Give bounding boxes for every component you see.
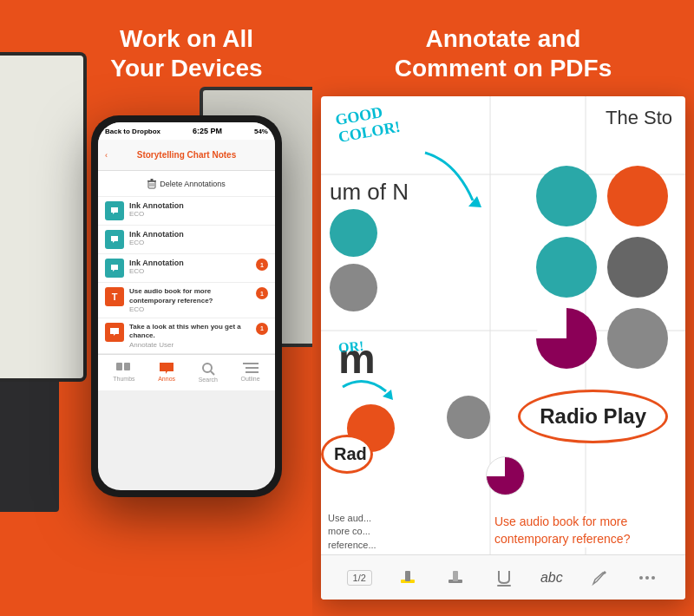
outline-icon <box>243 363 259 375</box>
circle-5-purple-pie <box>536 308 597 369</box>
annot-content-5: Take a look at this when you get a chanc… <box>129 323 251 349</box>
annot-item-1[interactable]: Ink Annotation ECO <box>98 197 275 226</box>
strikethrough-icon-box <box>443 566 468 590</box>
radio-play-box: Radio Play <box>518 390 668 443</box>
left-circles <box>330 209 377 318</box>
tab-thumbs[interactable]: Thumbs <box>113 363 134 382</box>
toolbar-highlight-btn[interactable] <box>396 566 420 590</box>
circle-teal-left <box>330 209 377 257</box>
highlight-icon-box <box>396 566 420 590</box>
annot-content-1: Ink Annotation ECO <box>129 201 268 218</box>
svg-point-21 <box>203 364 212 372</box>
annot-content-3: Ink Annotation ECO <box>129 259 251 275</box>
svg-point-38 <box>645 576 649 580</box>
annot-item-3[interactable]: Ink Annotation ECO 1 <box>98 254 275 283</box>
annot-author-3: ECO <box>129 267 251 275</box>
toolbar-pen-btn[interactable] <box>587 566 612 590</box>
comment-popup: Use audio book for more contemporary ref… <box>494 514 668 547</box>
right-panel: Annotate and Comment on PDFs The Sto GOO… <box>312 0 694 616</box>
color-annot-text: OR! <box>337 338 364 356</box>
search-icon <box>201 362 215 376</box>
circles-grid <box>536 166 668 369</box>
circle-3-teal <box>536 237 597 298</box>
toolbar-underline-btn[interactable] <box>492 566 516 590</box>
ink-icon-2 <box>109 234 120 245</box>
delete-btn-label[interactable]: Delete Annotations <box>160 180 226 188</box>
svg-marker-17 <box>110 328 119 336</box>
use-audio-partial-text: Use aud...more co...reference... <box>328 512 467 552</box>
delete-bar: Delete Annotations <box>98 171 275 197</box>
svg-rect-25 <box>246 371 259 373</box>
svg-rect-18 <box>116 363 122 370</box>
tab-search[interactable]: Search <box>199 362 218 383</box>
svg-rect-9 <box>147 180 156 182</box>
partial-um-text: um of N <box>330 179 409 206</box>
tab-search-label: Search <box>199 377 218 383</box>
svg-rect-23 <box>243 363 259 364</box>
svg-rect-19 <box>124 363 130 370</box>
toolbar-page-counter: 1/2 <box>347 570 372 586</box>
nav-back-btn[interactable]: ‹ <box>105 151 108 160</box>
chevron-left-icon: ‹ <box>105 151 108 160</box>
status-time: 6:25 PM <box>193 127 222 135</box>
svg-line-22 <box>211 371 214 375</box>
ios-tab-bar: Thumbs Annos Search <box>98 354 275 390</box>
svg-rect-10 <box>151 179 154 180</box>
pen-icon <box>591 569 608 587</box>
underline-icon-box <box>492 566 516 590</box>
svg-rect-36 <box>497 585 511 587</box>
underline-icon <box>494 567 514 588</box>
toolbar-more-btn[interactable] <box>635 566 659 590</box>
annot-item-4[interactable]: T Use audio book for more contemporary r… <box>98 283 275 318</box>
pen-icon-box <box>587 566 612 590</box>
annot-badge-5: 1 <box>256 323 268 335</box>
annot-title-4: Use audio book for more contemporary ref… <box>129 287 251 305</box>
trash-icon <box>147 179 156 189</box>
annot-icon-3 <box>105 259 124 278</box>
partial-radio-play: Rad <box>321 435 373 474</box>
toolbar-text-btn[interactable]: abc <box>540 566 564 590</box>
tab-annos[interactable]: Annos <box>158 363 175 382</box>
good-color-annotation: GOODCOLOR! <box>337 107 399 141</box>
good-color-text: GOODCOLOR! <box>334 102 402 146</box>
annot-title-1: Ink Annotation <box>129 201 268 210</box>
annot-content-4: Use audio book for more contemporary ref… <box>129 287 251 313</box>
ios-nav-bar: ‹ Storytelling Chart Notes <box>98 140 275 171</box>
highlight-icon <box>397 567 418 588</box>
svg-marker-15 <box>111 236 118 243</box>
annot-icon-1 <box>105 201 124 220</box>
annot-icon-4: T <box>105 287 124 306</box>
phone-outer: Back to Dropbox 6:25 PM 54% ‹ Storytelli… <box>91 115 282 497</box>
status-back: Back to Dropbox <box>105 128 160 135</box>
svg-rect-35 <box>453 571 458 581</box>
svg-rect-24 <box>246 367 259 369</box>
tab-outline[interactable]: Outline <box>240 363 259 382</box>
thumbs-icon <box>116 363 132 375</box>
annot-item-5[interactable]: Take a look at this when you get a chanc… <box>98 318 275 354</box>
annot-author-2: ECO <box>129 239 268 246</box>
text-icon-box: abc <box>540 566 564 590</box>
svg-point-37 <box>639 576 643 580</box>
rad-text: Rad <box>321 435 373 474</box>
radio-play-text: Radio Play <box>540 404 646 428</box>
circle-4-gray <box>607 237 668 298</box>
tab-annos-label: Annos <box>158 376 175 382</box>
circle-1-teal <box>536 166 597 226</box>
heading-line1: Work on All <box>120 25 253 52</box>
more-dots-icon <box>638 574 656 581</box>
nav-title: Storytelling Chart Notes <box>137 150 236 160</box>
pdf-toolbar: 1/2 <box>321 554 685 600</box>
tab-outline-label: Outline <box>240 376 259 382</box>
annot-title-5: Take a look at this when you get a chanc… <box>129 323 251 341</box>
strikethrough-icon <box>445 567 466 588</box>
annot-item-2[interactable]: Ink Annotation ECO <box>98 226 275 254</box>
ink-icon-1 <box>109 206 120 216</box>
circle-6-gray <box>607 308 668 369</box>
comment-popup-text: Use audio book for more contemporary ref… <box>494 514 668 547</box>
phone-device: Back to Dropbox 6:25 PM 54% ‹ Storytelli… <box>65 107 308 593</box>
svg-marker-20 <box>160 363 174 374</box>
toolbar-strikethrough-btn[interactable] <box>443 566 468 590</box>
right-heading: Annotate and Comment on PDFs <box>395 24 612 82</box>
tab-thumbs-label: Thumbs <box>113 376 134 382</box>
circle-gray-left <box>330 264 377 311</box>
